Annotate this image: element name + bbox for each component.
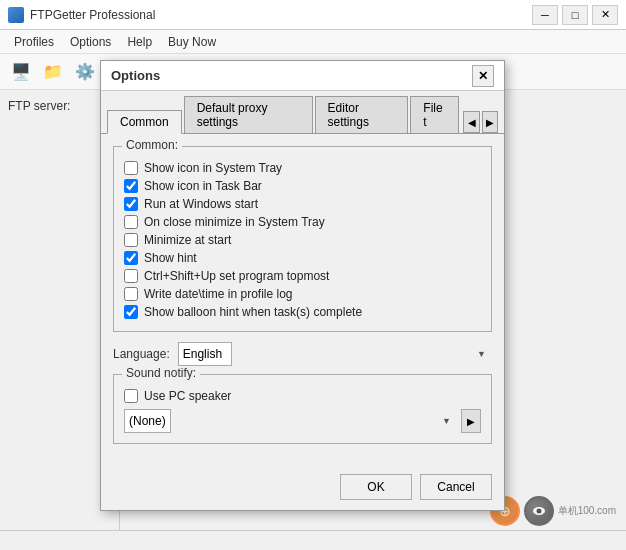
checkbox-show-icon-taskbar[interactable]: Show icon in Task Bar [124,177,481,195]
modal-content: Common: Show icon in System Tray Show ic… [101,134,504,466]
language-label: Language: [113,347,170,361]
status-bar [0,530,626,550]
tab-filet[interactable]: File t [410,96,459,134]
checkbox-show-hint[interactable]: Show hint [124,249,481,267]
checkbox-show-icon-tray-input[interactable] [124,161,138,175]
checkbox-show-hint-label: Show hint [144,251,197,265]
tab-common[interactable]: Common [107,110,182,134]
tab-editor[interactable]: Editor settings [315,96,409,134]
checkbox-pc-speaker[interactable]: Use PC speaker [124,387,481,405]
common-group: Common: Show icon in System Tray Show ic… [113,146,492,332]
common-group-content: Show icon in System Tray Show icon in Ta… [124,159,481,321]
sound-notify-group: Sound notify: Use PC speaker (None) ▶ [113,374,492,444]
cancel-button[interactable]: Cancel [420,474,492,500]
checkbox-run-at-start-label: Run at Windows start [144,197,258,211]
app-title: FTPGetter Professional [30,8,155,22]
sound-select-row: (None) ▶ [124,409,481,433]
menu-bar: Profiles Options Help Buy Now [0,30,626,54]
maximize-button[interactable]: □ [562,5,588,25]
language-select[interactable]: English Russian German French Spanish [178,342,232,366]
title-bar: FTPGetter Professional ─ □ ✕ [0,0,626,30]
watermark: ⊕ 单机100.com [490,496,616,526]
checkbox-minimize-start[interactable]: Minimize at start [124,231,481,249]
checkbox-topmost-label: Ctrl+Shift+Up set program topmost [144,269,329,283]
modal-close-button[interactable]: ✕ [472,65,494,87]
tab-proxy[interactable]: Default proxy settings [184,96,313,134]
toolbar-btn-1[interactable]: 🖥️ [6,58,36,86]
checkbox-balloon-hint-input[interactable] [124,305,138,319]
modal-title-bar: Options ✕ [101,61,504,91]
sound-select[interactable]: (None) [124,409,171,433]
modal-footer: OK Cancel [101,466,504,510]
tab-nav-left[interactable]: ◀ [463,111,479,133]
checkbox-minimize-start-input[interactable] [124,233,138,247]
toolbar-btn-2[interactable]: 📁 [38,58,68,86]
app-icon [8,7,24,23]
checkbox-pc-speaker-label: Use PC speaker [144,389,231,403]
checkbox-close-minimize-input[interactable] [124,215,138,229]
checkbox-topmost[interactable]: Ctrl+Shift+Up set program topmost [124,267,481,285]
language-select-wrapper: English Russian German French Spanish [178,342,492,366]
checkbox-run-at-start-input[interactable] [124,197,138,211]
checkbox-run-at-start[interactable]: Run at Windows start [124,195,481,213]
sound-notify-content: Use PC speaker (None) ▶ [124,387,481,433]
checkbox-show-icon-taskbar-input[interactable] [124,179,138,193]
tab-nav-right[interactable]: ▶ [482,111,498,133]
checkbox-write-date-label: Write date\time in profile log [144,287,293,301]
menu-options[interactable]: Options [62,33,119,51]
checkbox-pc-speaker-input[interactable] [124,389,138,403]
menu-help[interactable]: Help [119,33,160,51]
checkbox-write-date[interactable]: Write date\time in profile log [124,285,481,303]
checkbox-show-icon-tray-label: Show icon in System Tray [144,161,282,175]
ftp-server-label: FTP server: [4,95,74,117]
checkbox-balloon-hint[interactable]: Show balloon hint when task(s) complete [124,303,481,321]
checkbox-close-minimize-label: On close minimize in System Tray [144,215,325,229]
checkbox-write-date-input[interactable] [124,287,138,301]
sound-select-wrapper: (None) [124,409,457,433]
options-dialog: Options ✕ Common Default proxy settings … [100,60,505,511]
checkbox-show-icon-taskbar-label: Show icon in Task Bar [144,179,262,193]
watermark-icon2 [524,496,554,526]
watermark-pupil [537,509,542,514]
window-controls: ─ □ ✕ [532,5,618,25]
play-sound-button[interactable]: ▶ [461,409,481,433]
minimize-button[interactable]: ─ [532,5,558,25]
sound-notify-title: Sound notify: [122,366,200,380]
checkbox-close-minimize[interactable]: On close minimize in System Tray [124,213,481,231]
watermark-eye [533,507,545,515]
ok-button[interactable]: OK [340,474,412,500]
common-group-title: Common: [122,138,182,152]
menu-buynow[interactable]: Buy Now [160,33,224,51]
modal-title: Options [111,68,472,83]
close-button[interactable]: ✕ [592,5,618,25]
checkbox-minimize-start-label: Minimize at start [144,233,231,247]
checkbox-balloon-hint-label: Show balloon hint when task(s) complete [144,305,362,319]
toolbar-btn-3[interactable]: ⚙️ [70,58,100,86]
checkbox-show-icon-tray[interactable]: Show icon in System Tray [124,159,481,177]
checkbox-topmost-input[interactable] [124,269,138,283]
menu-profiles[interactable]: Profiles [6,33,62,51]
watermark-text: 单机100.com [558,504,616,518]
checkbox-show-hint-input[interactable] [124,251,138,265]
tab-bar: Common Default proxy settings Editor set… [101,91,504,134]
language-row: Language: English Russian German French … [113,342,492,366]
